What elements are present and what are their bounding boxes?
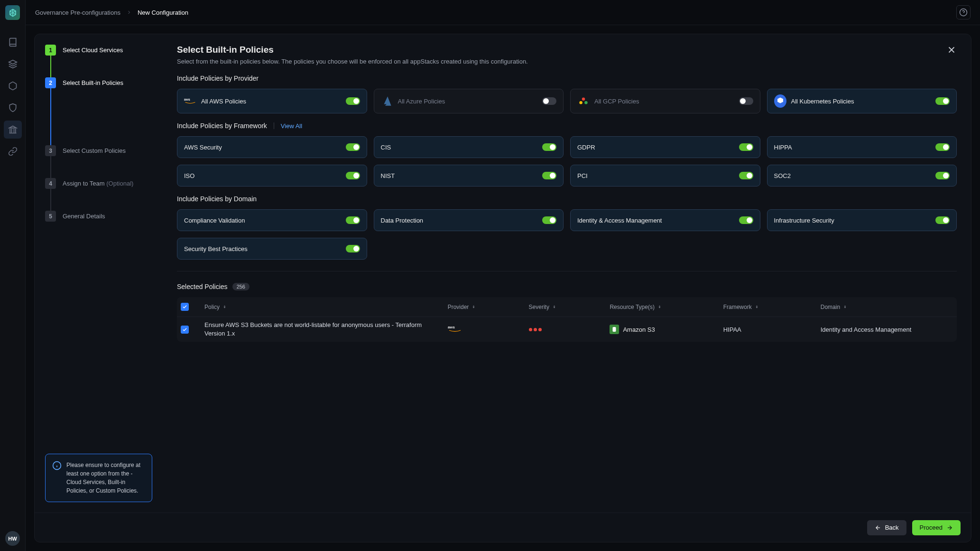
toggle[interactable]	[935, 97, 950, 105]
aws-icon: aws	[448, 325, 462, 333]
avatar[interactable]: HW	[5, 531, 20, 546]
row-checkbox[interactable]	[181, 326, 189, 334]
nav-layers-icon[interactable]	[4, 55, 22, 73]
nav-hexagon-icon[interactable]	[4, 77, 22, 95]
policy-card[interactable]: GDPR	[570, 136, 760, 158]
col-domain[interactable]: Domain	[821, 304, 934, 310]
topbar: Governance Pre-configurations New Config…	[26, 0, 980, 25]
policy-card[interactable]: Infrastructure Security	[767, 209, 957, 231]
back-button[interactable]: Back	[867, 520, 906, 535]
workspace-title: Select Built-in Policies	[177, 45, 528, 55]
card-label: GDPR	[577, 144, 734, 151]
card-label: All Azure Policies	[398, 98, 538, 105]
step-5[interactable]: 5 General Details	[45, 211, 152, 222]
toggle[interactable]	[346, 245, 360, 252]
arrow-right-icon	[946, 524, 953, 531]
arrow-left-icon	[875, 524, 881, 531]
table-row: Ensure AWS S3 Buckets are not world-list…	[177, 317, 957, 342]
step-1[interactable]: 1 Select Cloud Services	[45, 45, 152, 56]
toggle[interactable]	[346, 143, 360, 151]
breadcrumb-parent[interactable]: Governance Pre-configurations	[35, 9, 120, 16]
k8s-icon	[774, 95, 786, 107]
help-icon	[959, 8, 968, 17]
policy-card[interactable]: All Kubernetes Policies	[767, 89, 957, 113]
toggle[interactable]	[542, 172, 556, 179]
col-policy[interactable]: Policy	[204, 304, 448, 310]
selected-title: Selected Policies	[177, 283, 228, 290]
policy-card[interactable]: CIS	[374, 136, 564, 158]
nav-book-icon[interactable]	[4, 33, 22, 51]
nav-governance-icon[interactable]	[4, 121, 22, 139]
svg-point-11	[584, 101, 588, 104]
app-logo[interactable]	[5, 5, 20, 20]
toggle[interactable]	[739, 172, 753, 179]
policy-card[interactable]: AWS Security	[177, 136, 367, 158]
view-all-link[interactable]: View All	[281, 122, 302, 130]
sort-icon	[552, 305, 556, 309]
toggle[interactable]	[542, 143, 556, 151]
card-label: All AWS Policies	[201, 98, 341, 105]
card-label: All GCP Policies	[594, 98, 734, 105]
toggle[interactable]	[739, 216, 753, 224]
sort-icon	[755, 305, 759, 309]
policy-card[interactable]: All Azure Policies	[374, 89, 564, 113]
policy-card[interactable]: NIST	[374, 165, 564, 187]
toggle[interactable]	[542, 97, 556, 105]
policy-card[interactable]: Identity & Access Management	[570, 209, 760, 231]
policy-card[interactable]: awsAll AWS Policies	[177, 89, 367, 113]
provider-cell: aws	[448, 325, 529, 335]
card-label: ISO	[184, 172, 341, 179]
section-provider: Include Policies by Provider	[177, 75, 957, 82]
step-4[interactable]: 4 Assign to Team (Optional)	[45, 178, 152, 189]
policies-table: Policy Provider Severity Resource Type(s…	[177, 297, 957, 342]
close-button[interactable]	[946, 45, 957, 56]
svg-text:aws: aws	[184, 98, 190, 101]
proceed-button[interactable]: Proceed	[912, 520, 961, 535]
card-label: AWS Security	[184, 144, 341, 151]
policy-card[interactable]: Security Best Practices	[177, 238, 367, 260]
panel-footer: Back Proceed	[35, 513, 971, 542]
col-severity[interactable]: Severity	[529, 304, 610, 310]
toggle[interactable]	[739, 97, 753, 105]
col-resource[interactable]: Resource Type(s)	[610, 304, 723, 310]
policy-card[interactable]: Compliance Validation	[177, 209, 367, 231]
policy-card[interactable]: PCI	[570, 165, 760, 187]
nav-shield-icon[interactable]	[4, 99, 22, 117]
section-framework: Include Policies by Framework View All	[177, 122, 957, 130]
toggle[interactable]	[935, 143, 950, 151]
card-label: Compliance Validation	[184, 217, 341, 224]
framework-cell: HIPAA	[723, 326, 821, 333]
toggle[interactable]	[346, 172, 360, 179]
card-label: All Kubernetes Policies	[791, 98, 931, 105]
step-2[interactable]: 2 Select Built-in Policies	[45, 77, 152, 88]
col-provider[interactable]: Provider	[448, 304, 529, 310]
toggle[interactable]	[346, 216, 360, 224]
workspace: Select Built-in Policies Select from the…	[163, 34, 971, 513]
toggle[interactable]	[739, 143, 753, 151]
gcp-icon	[577, 95, 590, 107]
sort-icon	[843, 305, 847, 309]
toggle[interactable]	[935, 216, 950, 224]
nav-link-icon[interactable]	[4, 142, 22, 160]
card-label: Data Protection	[381, 217, 538, 224]
card-label: Security Best Practices	[184, 245, 341, 252]
col-framework[interactable]: Framework	[723, 304, 821, 310]
policy-card[interactable]: Data Protection	[374, 209, 564, 231]
card-label: SOC2	[774, 172, 931, 179]
select-all-checkbox[interactable]	[181, 303, 189, 311]
card-label: PCI	[577, 172, 734, 179]
policy-card[interactable]: ISO	[177, 165, 367, 187]
svg-point-9	[582, 97, 585, 101]
toggle[interactable]	[346, 97, 360, 105]
help-button[interactable]	[956, 5, 971, 19]
policy-card[interactable]: All GCP Policies	[570, 89, 760, 113]
toggle[interactable]	[542, 216, 556, 224]
info-icon	[52, 461, 62, 470]
policy-card[interactable]: HIPPA	[767, 136, 957, 158]
toggle[interactable]	[935, 172, 950, 179]
severity-dots	[529, 328, 610, 331]
step-3[interactable]: 3 Select Custom Policies	[45, 145, 152, 156]
breadcrumb: Governance Pre-configurations New Config…	[35, 9, 188, 16]
card-label: HIPPA	[774, 144, 931, 151]
policy-card[interactable]: SOC2	[767, 165, 957, 187]
